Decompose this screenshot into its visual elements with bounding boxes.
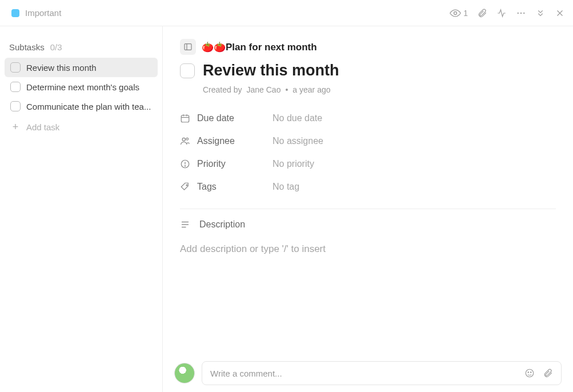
task-checkbox[interactable] [180, 63, 195, 78]
priority-icon [180, 159, 193, 169]
created-by-name: Jane Cao [246, 85, 281, 94]
list-color-chip [11, 9, 19, 17]
created-by-prefix: Created by [203, 85, 242, 94]
field-due-date: Due date No due date [180, 107, 556, 130]
svg-point-15 [186, 185, 187, 186]
emoji-button[interactable] [524, 368, 535, 378]
description-header: Description [180, 219, 556, 230]
svg-point-21 [531, 372, 532, 373]
comment-input[interactable]: Write a comment... [202, 361, 562, 385]
divider [180, 209, 556, 209]
activity-button[interactable] [496, 8, 507, 18]
assignee-value[interactable]: No assignee [273, 136, 323, 146]
comment-bar: Write a comment... [174, 361, 562, 385]
main-panel: 🍅🍅Plan for next month Review this month … [163, 26, 573, 392]
priority-label: Priority [193, 159, 273, 169]
svg-point-2 [520, 12, 522, 13]
task-title[interactable]: Review this month [203, 62, 339, 79]
subtask-title: Determine next month's goals [26, 82, 139, 92]
more-icon [516, 8, 526, 18]
svg-point-3 [523, 12, 524, 13]
calendar-icon [180, 113, 193, 123]
checkbox[interactable] [10, 62, 21, 73]
breadcrumb: 🍅🍅Plan for next month [180, 39, 556, 55]
collapse-button[interactable] [535, 8, 546, 18]
field-assignee: Assignee No assignee [180, 130, 556, 153]
breadcrumb-list[interactable]: Important [11, 8, 61, 18]
dot-separator: • [285, 85, 288, 94]
subtask-item[interactable]: Determine next month's goals [5, 77, 158, 97]
due-date-value[interactable]: No due date [273, 113, 322, 123]
subtask-title: Communicate the plan with tea... [26, 102, 151, 111]
description-icon [180, 219, 193, 230]
close-icon [555, 8, 565, 18]
topbar-actions: 1 [450, 7, 565, 19]
description-label: Description [199, 219, 245, 230]
checkbox[interactable] [10, 82, 21, 92]
subtasks-count: 0/3 [50, 42, 62, 52]
svg-point-20 [528, 372, 529, 373]
tags-value[interactable]: No tag [273, 182, 299, 192]
eye-icon [450, 7, 461, 19]
chevrons-down-icon [535, 8, 546, 18]
checkbox[interactable] [10, 101, 21, 111]
paperclip-icon [477, 8, 487, 18]
attach-button[interactable] [543, 368, 553, 378]
view-count[interactable]: 1 [450, 7, 468, 19]
view-count-number: 1 [463, 9, 468, 18]
activity-icon [496, 8, 507, 18]
due-date-label: Due date [193, 113, 273, 123]
created-ago: a year ago [292, 85, 330, 94]
list-name: Important [25, 8, 61, 18]
content: Subtasks 0/3 Review this month Determine… [0, 26, 573, 392]
sidebar: Subtasks 0/3 Review this month Determine… [0, 26, 163, 392]
add-task-label: Add task [26, 122, 59, 132]
svg-rect-4 [185, 44, 191, 50]
sidebar-toggle-button[interactable] [180, 39, 196, 55]
assignee-icon [180, 136, 193, 146]
svg-rect-6 [181, 115, 189, 122]
title-row: Review this month [180, 62, 556, 79]
assignee-label: Assignee [193, 136, 273, 146]
description-input[interactable]: Add description or type '/' to insert [180, 243, 556, 255]
task-meta: Created by Jane Cao • a year ago [203, 85, 556, 94]
emoji-icon [524, 368, 535, 378]
subtasks-header: Subtasks 0/3 [5, 37, 158, 58]
svg-point-1 [518, 12, 519, 13]
more-button[interactable] [516, 8, 526, 18]
add-task-button[interactable]: + Add task [5, 116, 158, 138]
subtask-item[interactable]: Review this month [5, 58, 158, 77]
parent-task-link[interactable]: 🍅🍅Plan for next month [202, 41, 317, 53]
tags-label: Tags [193, 182, 273, 192]
attachment-button[interactable] [477, 8, 487, 18]
svg-point-14 [185, 166, 185, 166]
close-button[interactable] [555, 8, 565, 18]
panel-icon [183, 42, 193, 51]
topbar: Important 1 [0, 0, 573, 26]
svg-point-19 [526, 369, 534, 377]
subtasks-label: Subtasks [9, 42, 45, 52]
subtask-title: Review this month [26, 63, 97, 73]
avatar [174, 363, 195, 383]
field-tags: Tags No tag [180, 175, 556, 198]
priority-value[interactable]: No priority [273, 159, 314, 169]
paperclip-icon [543, 368, 553, 378]
svg-point-10 [182, 138, 185, 141]
plus-icon: + [10, 122, 21, 132]
subtask-item[interactable]: Communicate the plan with tea... [5, 97, 158, 116]
field-priority: Priority No priority [180, 153, 556, 175]
comment-placeholder: Write a comment... [210, 369, 282, 378]
tag-icon [180, 182, 193, 192]
svg-point-0 [454, 11, 457, 14]
svg-point-11 [186, 138, 189, 140]
comment-icons [524, 368, 553, 378]
